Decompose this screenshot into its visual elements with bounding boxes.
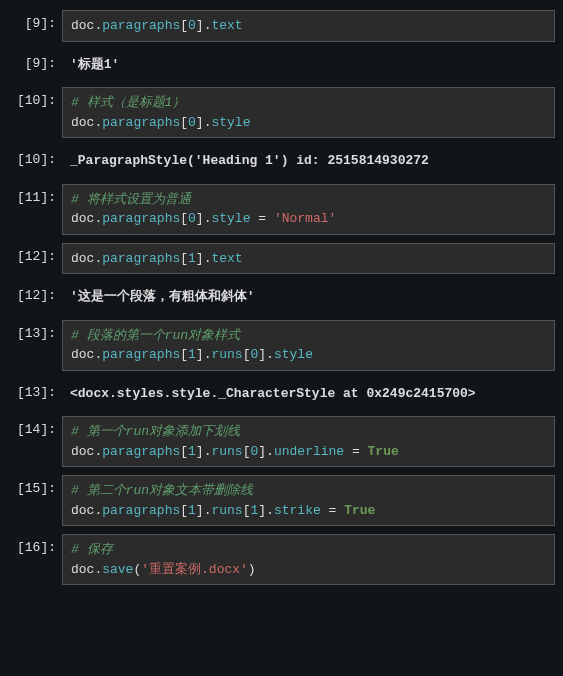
token-br: ]. — [196, 347, 212, 362]
token-attr: style — [211, 115, 250, 130]
token-var: doc — [71, 115, 94, 130]
token-comment: # 将样式设置为普通 — [71, 192, 191, 207]
token-br: ]. — [196, 211, 212, 226]
token-attr: paragraphs — [102, 347, 180, 362]
out-prompt: [13]: — [8, 379, 62, 409]
token-br: [ — [180, 347, 188, 362]
token-attr: paragraphs — [102, 115, 180, 130]
token-attr: text — [211, 18, 242, 33]
token-comment: # 第二个run对象文本带删除线 — [71, 483, 253, 498]
notebook-container: [9]:doc.paragraphs[0].text[9]:'标题1'[10]:… — [8, 10, 555, 585]
code-row: [14]:# 第一个run对象添加下划线doc.paragraphs[1].ru… — [8, 416, 555, 467]
output-cell: _ParagraphStyle('Heading 1') id: 2515814… — [62, 146, 555, 176]
token-br: ]. — [196, 444, 212, 459]
token-var: doc — [71, 211, 94, 226]
token-attr: paragraphs — [102, 18, 180, 33]
token-op: = — [321, 503, 344, 518]
code-row: [11]:# 将样式设置为普通doc.paragraphs[0].style =… — [8, 184, 555, 235]
token-op: = — [250, 211, 273, 226]
code-cell[interactable]: doc.paragraphs[1].text — [62, 243, 555, 275]
in-prompt: [12]: — [8, 243, 62, 275]
out-prompt: [12]: — [8, 282, 62, 312]
in-prompt: [15]: — [8, 475, 62, 526]
token-var: doc — [71, 18, 94, 33]
code-cell[interactable]: # 段落的第一个run对象样式doc.paragraphs[1].runs[0]… — [62, 320, 555, 371]
token-var: doc — [71, 444, 94, 459]
token-num: 1 — [188, 347, 196, 362]
out-prompt: [9]: — [8, 50, 62, 80]
token-op: = — [344, 444, 367, 459]
code-row: [12]:doc.paragraphs[1].text — [8, 243, 555, 275]
token-num: 1 — [188, 503, 196, 518]
in-prompt: [13]: — [8, 320, 62, 371]
token-var: doc — [71, 251, 94, 266]
output-row: [10]:_ParagraphStyle('Heading 1') id: 25… — [8, 146, 555, 176]
token-attr: underline — [274, 444, 344, 459]
token-attr: runs — [211, 444, 242, 459]
code-row: [10]:# 样式（是标题1）doc.paragraphs[0].style — [8, 87, 555, 138]
token-br: ]. — [196, 115, 212, 130]
token-br: ]. — [258, 444, 274, 459]
token-br: ]. — [196, 503, 212, 518]
code-cell[interactable]: # 保存doc.save('重置案例.docx') — [62, 534, 555, 585]
token-num: 0 — [188, 18, 196, 33]
token-attr: runs — [211, 347, 242, 362]
code-row: [16]:# 保存doc.save('重置案例.docx') — [8, 534, 555, 585]
token-br: ) — [248, 562, 256, 577]
out-prompt: [10]: — [8, 146, 62, 176]
token-attr: strike — [274, 503, 321, 518]
token-comment: # 样式（是标题1） — [71, 95, 185, 110]
code-cell[interactable]: # 第一个run对象添加下划线doc.paragraphs[1].runs[0]… — [62, 416, 555, 467]
token-br: [ — [243, 444, 251, 459]
in-prompt: [11]: — [8, 184, 62, 235]
token-br: [ — [180, 18, 188, 33]
token-attr: paragraphs — [102, 211, 180, 226]
token-num: 1 — [188, 444, 196, 459]
token-br: [ — [180, 211, 188, 226]
token-var: doc — [71, 503, 94, 518]
token-num: 1 — [188, 251, 196, 266]
in-prompt: [10]: — [8, 87, 62, 138]
token-var: doc — [71, 562, 94, 577]
code-cell[interactable]: # 将样式设置为普通doc.paragraphs[0].style = 'Nor… — [62, 184, 555, 235]
code-cell[interactable]: doc.paragraphs[0].text — [62, 10, 555, 42]
token-comment: # 段落的第一个run对象样式 — [71, 328, 240, 343]
token-attr: style — [211, 211, 250, 226]
token-br: ]. — [258, 347, 274, 362]
token-br: ]. — [196, 18, 212, 33]
token-br: [ — [180, 444, 188, 459]
code-row: [13]:# 段落的第一个run对象样式doc.paragraphs[1].ru… — [8, 320, 555, 371]
token-bool: True — [344, 503, 375, 518]
output-cell: '标题1' — [62, 50, 555, 80]
token-br: ]. — [258, 503, 274, 518]
token-str: '重置案例.docx' — [141, 562, 248, 577]
output-row: [13]:<docx.styles.style._CharacterStyle … — [8, 379, 555, 409]
token-attr: paragraphs — [102, 444, 180, 459]
output-cell: <docx.styles.style._CharacterStyle at 0x… — [62, 379, 555, 409]
token-br: [ — [180, 503, 188, 518]
token-attr: style — [274, 347, 313, 362]
token-comment: # 保存 — [71, 542, 113, 557]
code-row: [15]:# 第二个run对象文本带删除线doc.paragraphs[1].r… — [8, 475, 555, 526]
token-attr: paragraphs — [102, 251, 180, 266]
token-attr: text — [211, 251, 242, 266]
output-row: [12]:'这是一个段落，有粗体和斜体' — [8, 282, 555, 312]
token-br: [ — [180, 115, 188, 130]
output-cell: '这是一个段落，有粗体和斜体' — [62, 282, 555, 312]
token-br: [ — [180, 251, 188, 266]
token-attr: runs — [211, 503, 242, 518]
token-var: doc — [71, 347, 94, 362]
in-prompt: [14]: — [8, 416, 62, 467]
token-br: [ — [243, 347, 251, 362]
token-num: 0 — [188, 115, 196, 130]
token-num: 0 — [188, 211, 196, 226]
code-cell[interactable]: # 样式（是标题1）doc.paragraphs[0].style — [62, 87, 555, 138]
token-bool: True — [368, 444, 399, 459]
token-func: save — [102, 562, 133, 577]
token-attr: paragraphs — [102, 503, 180, 518]
code-row: [9]:doc.paragraphs[0].text — [8, 10, 555, 42]
token-str: 'Normal' — [274, 211, 336, 226]
in-prompt: [16]: — [8, 534, 62, 585]
code-cell[interactable]: # 第二个run对象文本带删除线doc.paragraphs[1].runs[1… — [62, 475, 555, 526]
output-row: [9]:'标题1' — [8, 50, 555, 80]
